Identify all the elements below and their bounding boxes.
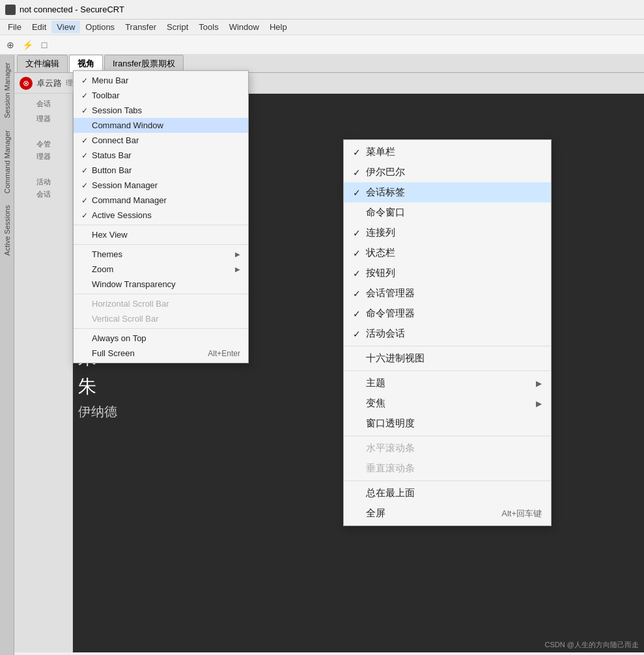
dd-left-check-5: ✓ — [81, 151, 92, 160]
dd-left-item-1[interactable]: ✓Toolbar — [74, 88, 248, 103]
dd-left-item-12[interactable]: Zoom▶ — [74, 262, 248, 277]
dd-right-label-17: 全屏 — [366, 507, 501, 520]
dd-left-label-14: Horizontal Scroll Bar — [92, 299, 240, 309]
dd-left-item-16[interactable]: Always on Top — [74, 331, 248, 346]
dd-right-check-4: ✓ — [353, 228, 366, 238]
dd-right-sep-9 — [344, 346, 551, 346]
menu-view[interactable]: View — [51, 21, 80, 33]
dd-right-item-11[interactable]: 主题▶ — [344, 373, 551, 393]
toolbar-btn-new[interactable]: ⊕ — [3, 37, 18, 53]
dd-right-label-6: 按钮列 — [366, 267, 542, 279]
dd-left-item-3[interactable]: Command Window — [74, 118, 248, 133]
dd-left-sep-15 — [74, 328, 248, 329]
menu-help[interactable]: Help — [264, 21, 292, 33]
cn-panel-label2: 理器 — [36, 114, 51, 124]
dd-left-label-8: Command Manager — [92, 195, 240, 205]
dd-right-item-13[interactable]: 窗口透明度 — [344, 413, 551, 434]
dd-right-check-7: ✓ — [353, 288, 366, 299]
dd-left-item-9[interactable]: ✓Active Sessions — [74, 208, 248, 223]
menu-file[interactable]: File — [3, 21, 27, 33]
dd-left-item-14: Horizontal Scroll Bar — [74, 296, 248, 311]
dd-left-label-7: Session Manager — [92, 180, 240, 190]
menu-transfer[interactable]: Transfer — [120, 21, 161, 33]
dd-right-item-10[interactable]: 十六进制视图 — [344, 348, 551, 369]
dd-left-item-0[interactable]: ✓Menu Bar — [74, 73, 248, 88]
dd-right-label-4: 连接列 — [366, 227, 542, 239]
dropdown-menu-right: ✓菜单栏✓伊尔巴尔✓会话标签命令窗口✓连接列✓状态栏✓按钮列✓会话管理器✓命令管… — [343, 139, 552, 526]
dd-left-item-17[interactable]: Full ScreenAlt+Enter — [74, 346, 248, 361]
cn-panel-label1: 会话 — [36, 99, 51, 109]
dd-right-check-2: ✓ — [353, 188, 366, 198]
cn-panel-label4: 理器 — [36, 152, 51, 161]
menu-tools[interactable]: Tools — [193, 21, 223, 33]
dd-right-check-8: ✓ — [353, 309, 366, 319]
dd-right-item-12[interactable]: 变焦▶ — [344, 393, 551, 413]
dd-right-label-11: 主题 — [366, 377, 536, 389]
menu-window[interactable]: Window — [224, 21, 264, 33]
tab-transfer[interactable]: Iransfer股票期权 — [104, 55, 184, 72]
dd-right-label-7: 会话管理器 — [366, 287, 542, 300]
dd-right-item-5[interactable]: ✓状态栏 — [344, 243, 551, 263]
dd-right-label-8: 命令管理器 — [366, 307, 542, 320]
toolbar-btn-cmd[interactable]: □ — [36, 37, 52, 53]
dd-left-item-5[interactable]: ✓Status Bar — [74, 148, 248, 163]
menu-bar: File Edit View Options Transfer Script T… — [0, 20, 644, 35]
dd-right-item-8[interactable]: ✓命令管理器 — [344, 303, 551, 324]
dd-left-label-10: Hex View — [92, 230, 240, 240]
menu-edit[interactable]: Edit — [27, 21, 51, 33]
dd-left-sep-13 — [74, 294, 248, 294]
dd-left-item-4[interactable]: ✓Connect Bar — [74, 133, 248, 148]
dd-left-item-11[interactable]: Themes▶ — [74, 247, 248, 262]
dd-right-sep-15 — [344, 481, 551, 481]
dd-right-label-5: 状态栏 — [366, 247, 542, 259]
dd-right-item-9[interactable]: ✓活动会话 — [344, 324, 551, 344]
sidebar-vtab-session-manager[interactable]: Session Manager — [1, 57, 13, 124]
dd-left-label-16: Always on Top — [92, 333, 240, 343]
sidebar-vtab-active-sessions[interactable]: Active Sessions — [1, 200, 13, 261]
dd-right-item-4[interactable]: ✓连接列 — [344, 223, 551, 243]
tab-view[interactable]: 视角 — [69, 55, 103, 72]
dd-right-item-1[interactable]: ✓伊尔巴尔 — [344, 162, 551, 182]
dd-left-item-8[interactable]: ✓Command Manager — [74, 193, 248, 208]
dd-right-label-14: 水平滚动条 — [366, 442, 542, 454]
dd-left-item-2[interactable]: ✓Session Tabs — [74, 103, 248, 118]
dd-right-item-7[interactable]: ✓会话管理器 — [344, 283, 551, 303]
dd-right-sep-13 — [344, 436, 551, 436]
dd-right-item-17[interactable]: 全屏Alt+回车键 — [344, 503, 551, 523]
cn-left-panel: 会话 理器 令管 理器 活动 会话 — [14, 94, 73, 652]
dd-right-item-0[interactable]: ✓菜单栏 — [344, 142, 551, 162]
dd-left-item-6[interactable]: ✓Button Bar — [74, 163, 248, 178]
tab-file-edit[interactable]: 文件编辑 — [17, 55, 68, 72]
dd-right-item-16[interactable]: 总在最上面 — [344, 483, 551, 503]
stop-icon[interactable]: ⊗ — [20, 77, 33, 90]
dd-right-item-3[interactable]: 命令窗口 — [344, 202, 551, 223]
menu-script[interactable]: Script — [161, 21, 193, 33]
dd-left-arrow-12: ▶ — [235, 266, 240, 273]
dd-right-label-16: 总在最上面 — [366, 487, 542, 499]
company-label: 卓云路 — [36, 77, 62, 89]
dd-left-label-6: Button Bar — [92, 165, 240, 175]
dd-left-item-13[interactable]: Window Transparency — [74, 277, 248, 292]
dd-left-check-7: ✓ — [81, 181, 92, 190]
content-area: 文件编辑 视角 Iransfer股票期权 ⊗ 卓云路 理器 会话 理器 令管 理… — [14, 55, 644, 655]
dd-left-label-5: Status Bar — [92, 150, 240, 160]
dd-right-label-10: 十六进制视图 — [366, 352, 542, 365]
menu-options[interactable]: Options — [80, 21, 120, 33]
dd-left-item-10[interactable]: Hex View — [74, 227, 248, 242]
dd-left-sep-9 — [74, 225, 248, 225]
dd-right-sep-10 — [344, 370, 551, 371]
dd-left-item-7[interactable]: ✓Session Manager — [74, 178, 248, 193]
dd-left-check-4: ✓ — [81, 136, 92, 145]
dropdown-menu-left: ✓Menu Bar✓Toolbar✓Session TabsCommand Wi… — [73, 70, 249, 363]
dd-right-check-0: ✓ — [353, 147, 366, 158]
dd-right-label-15: 垂直滚动条 — [366, 462, 542, 475]
dd-left-check-8: ✓ — [81, 196, 92, 205]
dd-left-label-15: Vertical Scroll Bar — [92, 314, 240, 324]
toolbar-btn-connect[interactable]: ⚡ — [20, 37, 35, 53]
dd-right-item-6[interactable]: ✓按钮列 — [344, 263, 551, 283]
sidebar-vtab-command-manager[interactable]: Command Manager — [1, 125, 13, 199]
dd-left-label-3: Command Window — [92, 120, 240, 130]
dd-right-label-3: 命令窗口 — [366, 206, 542, 219]
dd-right-item-2[interactable]: ✓会话标签 — [344, 182, 551, 202]
cn-panel-label6: 会话 — [36, 189, 51, 199]
